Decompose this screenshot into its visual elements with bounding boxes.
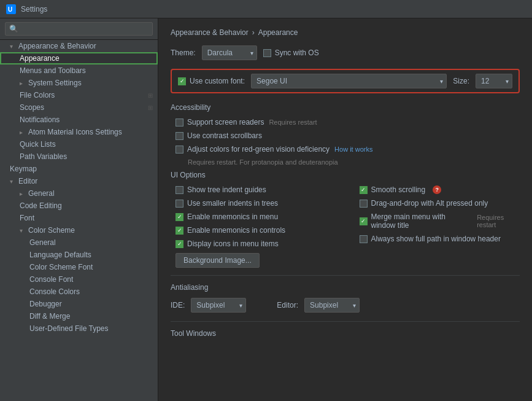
theme-select-wrapper[interactable]: Darcula — [202, 45, 257, 60]
use-custom-font-checkbox[interactable] — [178, 77, 186, 85]
sync-with-os-checkbox[interactable] — [263, 49, 271, 57]
size-select[interactable]: 12 — [476, 74, 512, 88]
sidebar-item-cs-lang-defaults[interactable]: Language Defaults — [0, 249, 158, 261]
expand-arrow-system-settings — [20, 80, 26, 87]
full-path-wrapper[interactable]: Always show full path in window header — [360, 235, 501, 243]
sidebar-item-cs-console-colors[interactable]: Console Colors — [0, 286, 158, 298]
bg-button-wrapper: Background Image... — [171, 253, 336, 268]
sidebar-item-keymap[interactable]: Keymap — [0, 163, 158, 175]
sidebar-label-menus-toolbars: Menus and Toolbars — [20, 66, 86, 75]
ide-antialiasing-select[interactable]: Subpixel — [191, 298, 246, 313]
tree-indent-checkbox[interactable] — [175, 186, 183, 194]
contrast-scrollbars-checkbox[interactable] — [175, 132, 183, 140]
smaller-indents-row: Use smaller indents in trees — [171, 199, 336, 208]
smooth-scrolling-wrapper[interactable]: Smooth scrolling — [360, 185, 426, 194]
sidebar-item-notifications[interactable]: Notifications — [0, 114, 158, 126]
sidebar-label-appearance-behavior: Appearance & Behavior — [18, 42, 96, 50]
scopes-badge: ⊞ — [148, 104, 153, 111]
color-vision-hint: Requires restart. For protanopia and deu… — [171, 158, 520, 166]
contrast-scrollbars-label: Use contrast scrollbars — [187, 131, 262, 140]
mnemonics-controls-wrapper[interactable]: Enable mnemonics in controls — [175, 226, 285, 235]
smooth-scrolling-help-icon[interactable]: ? — [433, 185, 441, 194]
sidebar-label-font: Font — [20, 214, 34, 222]
breadcrumb-parent[interactable]: Appearance & Behavior — [171, 28, 249, 37]
sidebar-label-general: General — [28, 189, 55, 198]
smaller-indents-checkbox[interactable] — [175, 200, 183, 208]
sidebar-label-cs-user-defined: User-Defined File Types — [29, 324, 109, 333]
sidebar-item-appearance[interactable]: Appearance — [0, 52, 158, 64]
sidebar-item-cs-user-defined[interactable]: User-Defined File Types — [0, 322, 158, 335]
sidebar-item-system-settings[interactable]: System Settings — [0, 77, 158, 89]
merge-menu-hint: Requires restart — [477, 214, 520, 228]
sidebar-item-atom-material[interactable]: Atom Material Icons Settings — [0, 126, 158, 138]
font-select-wrapper[interactable]: Segoe UI — [251, 74, 447, 88]
editor-antialiasing-select[interactable]: Subpixel — [304, 298, 360, 313]
sidebar-item-cs-general[interactable]: General — [0, 236, 158, 249]
size-label: Size: — [453, 77, 469, 85]
smaller-indents-wrapper[interactable]: Use smaller indents in trees — [175, 199, 278, 208]
sidebar-label-editor: Editor — [18, 177, 37, 185]
tree-indent-wrapper[interactable]: Show tree indent guides — [175, 185, 266, 194]
sidebar-label-cs-diff-merge: Diff & Merge — [29, 312, 70, 321]
app-icon: U — [6, 4, 16, 14]
size-select-wrapper[interactable]: 12 — [476, 74, 512, 88]
color-vision-wrapper[interactable]: Adjust colors for red-green vision defic… — [175, 145, 330, 154]
breadcrumb: Appearance & Behavior › Appearance — [171, 28, 520, 37]
sidebar-item-code-editing[interactable]: Code Editing — [0, 200, 158, 212]
sidebar-item-cs-debugger[interactable]: Debugger — [0, 298, 158, 310]
ide-antialiasing-wrapper[interactable]: Subpixel — [191, 298, 246, 313]
drag-drop-alt-row: Drag-and-drop with Alt pressed only — [355, 199, 520, 208]
divider-antialiasing — [171, 275, 520, 276]
sidebar-item-cs-font[interactable]: Color Scheme Font — [0, 261, 158, 273]
display-icons-checkbox[interactable] — [175, 240, 183, 248]
contrast-scrollbars-wrapper[interactable]: Use contrast scrollbars — [175, 131, 262, 140]
sidebar-item-menus-toolbars[interactable]: Menus and Toolbars — [0, 64, 158, 77]
sidebar-item-font[interactable]: Font — [0, 212, 158, 224]
editor-label: Editor: — [277, 301, 298, 310]
sidebar-label-system-settings: System Settings — [28, 79, 82, 87]
sidebar-item-color-scheme[interactable]: Color Scheme — [0, 224, 158, 236]
theme-select[interactable]: Darcula — [202, 45, 257, 60]
smooth-scrolling-checkbox[interactable] — [360, 186, 368, 194]
tree-indent-label: Show tree indent guides — [187, 185, 266, 194]
sidebar-label-file-colors: File Colors — [20, 91, 55, 99]
color-vision-checkbox[interactable] — [175, 146, 183, 154]
expand-arrow-atom-material — [20, 129, 26, 136]
screen-readers-wrapper[interactable]: Support screen readers — [175, 118, 264, 127]
background-image-button[interactable]: Background Image... — [175, 253, 260, 268]
search-box[interactable] — [0, 18, 158, 40]
screen-readers-checkbox[interactable] — [175, 119, 183, 127]
how-it-works-link[interactable]: How it works — [334, 146, 372, 153]
ui-options-title: UI Options — [171, 171, 520, 179]
ui-options-left-col: Show tree indent guides Use smaller inde… — [171, 185, 336, 268]
mnemonics-menu-checkbox[interactable] — [175, 213, 183, 221]
merge-menu-wrapper[interactable]: Merge main menu with window title — [360, 212, 472, 230]
sidebar-item-general[interactable]: General — [0, 187, 158, 200]
breadcrumb-separator: › — [252, 28, 255, 37]
sidebar-item-appearance-behavior[interactable]: Appearance & Behavior — [0, 40, 158, 52]
sidebar-item-quick-lists[interactable]: Quick Lists — [0, 138, 158, 150]
sidebar-item-path-variables[interactable]: Path Variables — [0, 150, 158, 163]
sidebar-item-file-colors[interactable]: File Colors ⊞ — [0, 89, 158, 101]
font-select[interactable]: Segoe UI — [251, 74, 447, 88]
sidebar-item-editor[interactable]: Editor — [0, 175, 158, 187]
sidebar-item-scopes[interactable]: Scopes ⊞ — [0, 101, 158, 114]
use-custom-font-wrapper[interactable]: Use custom font: — [178, 77, 245, 85]
drag-drop-alt-wrapper[interactable]: Drag-and-drop with Alt pressed only — [360, 199, 488, 208]
sidebar-item-cs-diff-merge[interactable]: Diff & Merge — [0, 310, 158, 322]
smooth-scrolling-label: Smooth scrolling — [371, 185, 426, 194]
display-icons-row: Display icons in menu items — [171, 239, 336, 248]
editor-antialiasing-wrapper[interactable]: Subpixel — [304, 298, 360, 313]
search-input[interactable] — [5, 22, 153, 36]
sidebar-item-cs-console-font[interactable]: Console Font — [0, 273, 158, 286]
display-icons-wrapper[interactable]: Display icons in menu items — [175, 239, 279, 248]
mnemonics-menu-wrapper[interactable]: Enable mnemonics in menu — [175, 212, 278, 221]
color-vision-label: Adjust colors for red-green vision defic… — [187, 145, 330, 154]
mnemonics-controls-checkbox[interactable] — [175, 227, 183, 235]
ui-options-right-col: Smooth scrolling ? Drag-and-drop with Al… — [355, 185, 520, 268]
full-path-checkbox[interactable] — [360, 235, 368, 243]
sync-with-os-wrapper[interactable]: Sync with OS — [263, 49, 319, 57]
drag-drop-alt-checkbox[interactable] — [360, 200, 368, 208]
merge-menu-checkbox[interactable] — [360, 217, 368, 225]
screen-readers-row: Support screen readers Requires restart — [171, 118, 520, 127]
